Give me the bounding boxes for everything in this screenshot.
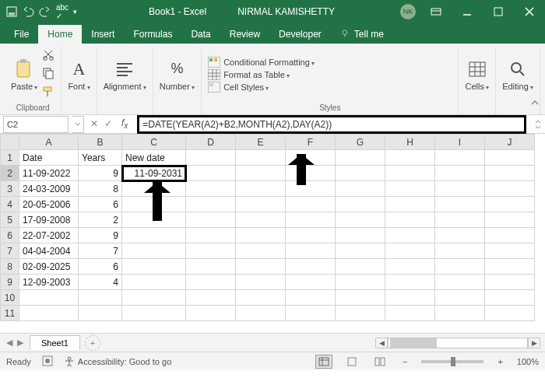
cell[interactable] <box>286 275 336 290</box>
cell[interactable] <box>286 212 336 228</box>
select-all-corner[interactable] <box>1 135 19 150</box>
cell[interactable]: Date <box>19 150 79 166</box>
cell[interactable] <box>336 197 385 212</box>
col-header-g[interactable]: G <box>336 135 385 150</box>
cells-button[interactable]: Cells <box>465 58 489 91</box>
cell[interactable] <box>485 150 535 166</box>
cell[interactable] <box>485 290 535 306</box>
maximize-button[interactable] <box>483 0 514 23</box>
row-header[interactable]: 6 <box>1 228 19 243</box>
cell[interactable]: 6 <box>79 259 122 275</box>
cell[interactable] <box>435 166 485 181</box>
cell[interactable] <box>485 306 535 321</box>
cell[interactable] <box>286 306 336 321</box>
cell[interactable] <box>186 181 236 197</box>
cell[interactable] <box>435 275 485 290</box>
cell[interactable] <box>485 243 535 259</box>
accessibility-status[interactable]: Accessibility: Good to go <box>64 356 171 367</box>
font-button[interactable]: A Font <box>68 58 90 91</box>
cell[interactable] <box>485 166 535 181</box>
formula-bar[interactable]: =DATE(YEAR(A2)+B2,MONTH(A2),DAY(A2)) <box>137 115 526 134</box>
hscroll-right-button[interactable]: ▶ <box>528 338 540 348</box>
cell[interactable] <box>186 150 236 166</box>
row-header[interactable]: 4 <box>1 197 19 212</box>
editing-button[interactable]: Editing <box>502 58 533 91</box>
cell[interactable]: 11-09-2022 <box>19 166 79 181</box>
cell[interactable] <box>336 166 385 181</box>
cell[interactable] <box>236 290 286 306</box>
cell[interactable] <box>435 290 485 306</box>
cell[interactable] <box>286 197 336 212</box>
add-sheet-button[interactable]: + <box>85 335 100 351</box>
cell[interactable] <box>186 306 236 321</box>
cell[interactable] <box>286 259 336 275</box>
cell[interactable] <box>385 259 435 275</box>
cell[interactable] <box>336 150 385 166</box>
zoom-thumb[interactable] <box>451 357 455 366</box>
cell[interactable] <box>336 228 385 243</box>
cell[interactable]: 9 <box>79 228 122 243</box>
col-header-c[interactable]: C <box>122 135 186 150</box>
cell[interactable]: 4 <box>79 275 122 290</box>
hscroll-thumb[interactable] <box>390 338 437 348</box>
col-header-i[interactable]: I <box>435 135 485 150</box>
cell[interactable] <box>186 212 236 228</box>
cell[interactable] <box>385 166 435 181</box>
cell[interactable] <box>336 243 385 259</box>
cell[interactable] <box>19 290 79 306</box>
row-header[interactable]: 11 <box>1 306 19 321</box>
row-header[interactable]: 2 <box>1 166 19 181</box>
cell[interactable]: 9 <box>79 166 122 181</box>
cell[interactable]: 22-07-2002 <box>19 228 79 243</box>
cell[interactable] <box>336 181 385 197</box>
format-as-table-button[interactable]: Format as Table <box>208 69 315 80</box>
cell[interactable] <box>385 181 435 197</box>
cell[interactable]: 7 <box>79 243 122 259</box>
col-header-b[interactable]: B <box>79 135 122 150</box>
qat-dropdown-icon[interactable]: ▾ <box>73 8 77 16</box>
cell[interactable] <box>122 228 186 243</box>
cell[interactable] <box>435 212 485 228</box>
close-button[interactable] <box>514 0 545 23</box>
col-header-h[interactable]: H <box>385 135 435 150</box>
cell[interactable] <box>236 150 286 166</box>
cell[interactable] <box>122 197 186 212</box>
cell[interactable] <box>186 290 236 306</box>
cell[interactable] <box>385 306 435 321</box>
tab-tell-me[interactable]: Tell me <box>331 25 393 44</box>
zoom-out-button[interactable]: − <box>399 357 410 366</box>
cell[interactable] <box>385 150 435 166</box>
zoom-in-button[interactable]: + <box>494 357 505 366</box>
cell[interactable] <box>79 306 122 321</box>
cell[interactable] <box>286 243 336 259</box>
cell[interactable] <box>385 290 435 306</box>
cell[interactable] <box>435 259 485 275</box>
tab-developer[interactable]: Developer <box>269 25 331 44</box>
cell[interactable] <box>336 275 385 290</box>
cell[interactable] <box>435 181 485 197</box>
row-header[interactable]: 3 <box>1 181 19 197</box>
col-header-e[interactable]: E <box>236 135 286 150</box>
cell[interactable] <box>435 150 485 166</box>
cell[interactable] <box>236 166 286 181</box>
cell[interactable] <box>385 243 435 259</box>
cell[interactable]: 8 <box>79 181 122 197</box>
cell[interactable] <box>186 197 236 212</box>
cell[interactable] <box>435 228 485 243</box>
sheet-tab[interactable]: Sheet1 <box>30 335 80 350</box>
row-header[interactable]: 8 <box>1 259 19 275</box>
cell[interactable] <box>122 306 186 321</box>
name-box[interactable]: C2 <box>3 116 69 133</box>
zoom-level[interactable]: 100% <box>517 357 539 366</box>
column-headers[interactable]: A B C D E F G H I J <box>1 135 535 150</box>
copy-icon[interactable] <box>42 67 54 82</box>
cell[interactable]: 12-09-2003 <box>19 275 79 290</box>
zoom-slider[interactable] <box>421 360 483 363</box>
save-icon[interactable] <box>6 6 17 17</box>
cell[interactable] <box>286 166 336 181</box>
tab-insert[interactable]: Insert <box>82 25 124 44</box>
cut-icon[interactable] <box>42 48 54 64</box>
hscroll-track[interactable] <box>388 338 528 348</box>
col-header-d[interactable]: D <box>186 135 236 150</box>
tab-formulas[interactable]: Formulas <box>124 25 181 44</box>
